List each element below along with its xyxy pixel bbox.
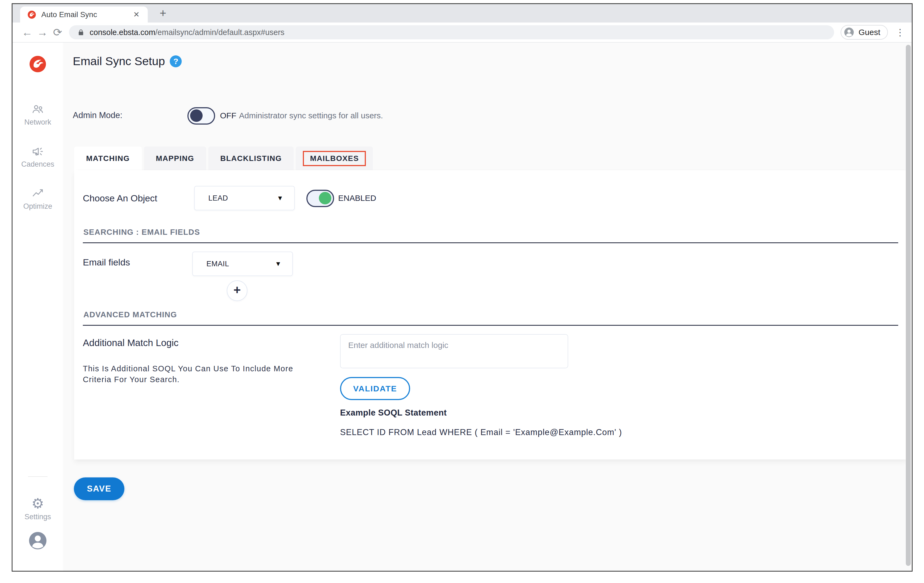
toggle-knob (319, 192, 332, 204)
admin-mode-state: OFF (220, 111, 236, 120)
sidebar-item-label: Network (24, 118, 51, 127)
admin-mode-label: Admin Mode: (73, 110, 122, 120)
sidebar-item-network[interactable]: Network (13, 103, 63, 127)
match-logic-input[interactable] (340, 334, 568, 368)
email-field-select[interactable]: EMAIL ▼ (192, 252, 293, 276)
matching-panel: Choose An Object LEAD ▼ ENABLED SEARCHIN… (74, 170, 906, 459)
tab-close-icon[interactable]: ✕ (132, 10, 141, 19)
tab-mailboxes[interactable]: MAILBOXES (296, 147, 373, 170)
object-enabled-toggle[interactable] (306, 190, 334, 207)
chevron-down-icon: ▼ (275, 260, 281, 268)
example-soql-title: Example SOQL Statement (340, 408, 447, 418)
scrollbar-thumb[interactable] (906, 45, 911, 566)
app-viewport: Network Cadences Optimize ⚙ (13, 43, 912, 571)
sidebar-divider (28, 476, 48, 477)
advanced-section-label: ADVANCED MATCHING (83, 310, 177, 319)
browser-toolbar: ← → ⟳ console.ebsta.com/emailsync/admin/… (13, 23, 912, 42)
page-title: Email Sync Setup (73, 54, 165, 68)
admin-mode-toggle[interactable] (187, 107, 215, 125)
chevron-down-icon: ▼ (277, 194, 283, 202)
ebsta-favicon-icon (27, 10, 36, 19)
tab-matching[interactable]: MATCHING (74, 147, 142, 170)
object-select-value: LEAD (208, 194, 228, 203)
tab-blacklisting[interactable]: BLACKLISTING (208, 147, 294, 170)
email-fields-label: Email fields (83, 257, 130, 268)
match-logic-label: Additional Match Logic (83, 338, 178, 348)
profile-avatar-icon (844, 27, 854, 38)
object-select[interactable]: LEAD ▼ (194, 186, 295, 210)
highlight-outline: MAILBOXES (303, 151, 366, 166)
page-header: Email Sync Setup ? (73, 54, 182, 68)
tab-title: Auto Email Sync (41, 10, 132, 19)
trend-up-icon (31, 187, 44, 200)
profile-label: Guest (858, 28, 880, 37)
new-tab-button[interactable]: + (157, 7, 170, 20)
network-icon (31, 103, 44, 116)
settings-tabs: MATCHING MAPPING BLACKLISTING MAILBOXES (74, 147, 375, 170)
sidebar-item-label: Settings (25, 513, 51, 521)
admin-mode-description: Administrator sync settings for all user… (239, 111, 383, 120)
email-field-value: EMAIL (206, 260, 229, 268)
toggle-knob (190, 109, 203, 122)
sidebar-item-label: Cadences (21, 160, 54, 168)
back-icon[interactable]: ← (20, 26, 35, 38)
save-button[interactable]: SAVE (74, 478, 124, 500)
reload-icon[interactable]: ⟳ (50, 26, 65, 38)
sidebar-item-settings[interactable]: ⚙ Settings (13, 496, 63, 521)
browser-tabstrip: Auto Email Sync ✕ + (13, 4, 912, 23)
lock-icon (77, 28, 85, 36)
add-email-field-button[interactable]: + (227, 280, 248, 301)
plus-icon: + (234, 283, 241, 297)
help-icon[interactable]: ? (170, 55, 182, 67)
url-bar[interactable]: console.ebsta.com/emailsync/admin/defaul… (69, 25, 834, 40)
choose-object-label: Choose An Object (83, 193, 157, 204)
url-path: /emailsync/admin/default.aspx#users (155, 28, 285, 37)
section-divider (83, 325, 898, 326)
object-enabled-label: ENABLED (338, 194, 376, 203)
ebsta-logo-icon[interactable] (29, 55, 47, 73)
sidebar: Network Cadences Optimize ⚙ (13, 43, 63, 571)
sidebar-item-optimize[interactable]: Optimize (13, 187, 63, 211)
browser-window: Auto Email Sync ✕ + ← → ⟳ console.ebsta.… (12, 3, 912, 571)
sidebar-item-cadences[interactable]: Cadences (13, 145, 63, 168)
forward-icon[interactable]: → (35, 26, 50, 38)
url-text: console.ebsta.com/emailsync/admin/defaul… (90, 28, 284, 37)
megaphone-icon (31, 145, 44, 158)
browser-menu-icon[interactable]: ⋮ (896, 27, 905, 38)
searching-section-label: SEARCHING : EMAIL FIELDS (83, 228, 200, 237)
match-logic-description: This Is Additional SOQL You Can Use To I… (83, 363, 322, 385)
user-avatar-icon[interactable] (28, 531, 47, 550)
profile-chip[interactable]: Guest (841, 25, 888, 40)
gear-icon: ⚙ (31, 496, 44, 511)
example-soql-statement: SELECT ID FROM Lead WHERE ( Email = 'Exa… (340, 428, 622, 437)
section-divider (83, 242, 898, 243)
validate-button[interactable]: VALIDATE (340, 377, 410, 400)
main-content: Email Sync Setup ? Admin Mode: OFF Admin… (63, 43, 912, 571)
url-host: console.ebsta.com (90, 28, 155, 37)
tab-mapping[interactable]: MAPPING (144, 147, 206, 170)
sidebar-item-label: Optimize (23, 202, 53, 211)
browser-tab[interactable]: Auto Email Sync ✕ (20, 7, 148, 23)
